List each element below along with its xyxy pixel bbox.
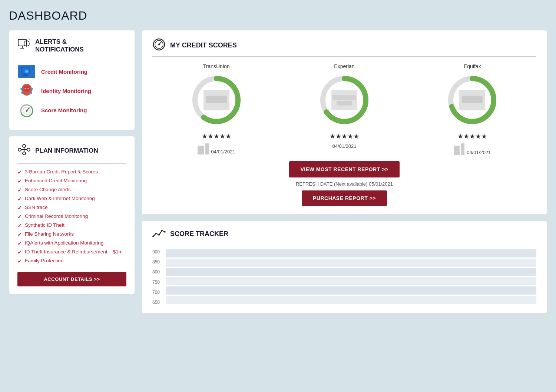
plan-item: ✓ 3 Bureau Credit Report & Scores (17, 169, 126, 175)
svg-point-45 (164, 231, 166, 233)
tracker-grid (166, 249, 536, 305)
plan-item: ✓ SSN trace (17, 205, 126, 211)
title-light: DASH (9, 9, 43, 22)
view-report-button[interactable]: VIEW MOST RECENT REPORT >> (289, 161, 399, 177)
main-layout: ALERTS & NOTIFICATIONS (9, 30, 547, 313)
score-tracker-card: SCORE TRACKER 900 850 800 750 700 650 (142, 220, 547, 313)
alerts-header: ALERTS & NOTIFICATIONS (17, 38, 126, 54)
score-tracker-title: SCORE TRACKER (170, 230, 228, 238)
svg-rect-10 (24, 74, 27, 75)
credit-scores-title: MY CREDIT SCORES (170, 41, 237, 49)
experian-date-block: 04/01/2021 (332, 143, 356, 149)
transunion-col: TransUnion ★★★★★ (179, 63, 254, 155)
plan-item: ✓ Family Protection (17, 258, 126, 264)
refresh-date-text: REFRESH DATE (Next available) 05/01/2021 (152, 181, 536, 187)
identity-monitoring-icon (17, 84, 36, 98)
score-monitoring-label: Score Monitoring (41, 107, 87, 113)
credit-monitoring-icon (17, 64, 36, 79)
plan-item: ✓ ID Theft Insurance & Reimbursement – $… (17, 249, 126, 255)
experian-name: Experian (334, 63, 354, 69)
svg-point-17 (31, 88, 33, 90)
svg-rect-0 (18, 39, 26, 46)
identity-monitoring-item[interactable]: Identity Monitoring (17, 84, 126, 98)
score-monitoring-icon (17, 103, 36, 117)
plan-item: ✓ Enhanced Credit Monitoring (17, 178, 126, 184)
plan-item: ✓ IQAlerts with Application Monitoring (17, 240, 126, 246)
transunion-date: 04/01/2021 (211, 149, 235, 155)
plan-item: ✓ File Sharing Networks (17, 231, 126, 237)
svg-point-34 (158, 44, 160, 46)
experian-stars: ★★★★★ (330, 132, 359, 140)
svg-point-28 (27, 148, 30, 151)
credit-scores-header: MY CREDIT SCORES (152, 38, 536, 53)
experian-date: 04/01/2021 (332, 143, 356, 149)
alerts-card: ALERTS & NOTIFICATIONS (9, 30, 135, 130)
equifax-stars: ★★★★★ (457, 132, 487, 140)
tracker-chart: 900 850 800 750 700 650 (152, 249, 536, 305)
svg-point-18 (21, 92, 23, 94)
right-column: MY CREDIT SCORES TransUnion (142, 30, 547, 313)
score-monitoring-item[interactable]: Score Monitoring (17, 103, 126, 117)
equifax-col: Equifax ★★★★★ (435, 63, 509, 155)
plan-item: ✓ Score Change Alerts (17, 187, 126, 193)
svg-point-44 (161, 230, 163, 231)
transunion-name: TransUnion (203, 63, 230, 69)
svg-point-14 (24, 88, 26, 89)
plan-header: PLAN INFORMATION (17, 144, 126, 158)
left-column: ALERTS & NOTIFICATIONS (9, 30, 135, 294)
equifax-date-block: 04/01/2021 (454, 143, 491, 155)
plan-title: PLAN INFORMATION (35, 147, 98, 155)
alert-bell-icon (17, 38, 31, 54)
svg-point-16 (20, 88, 23, 90)
purchase-report-button[interactable]: PURCHASE REPORT >> (302, 190, 387, 206)
plan-item: ✓ Dark Web & Internet Monitoring (17, 196, 126, 202)
experian-donut (317, 72, 372, 128)
transunion-bar (198, 143, 209, 155)
plan-item: ✓ Criminal Records Monitoring (17, 213, 126, 220)
equifax-name: Equifax (464, 63, 481, 69)
svg-point-27 (23, 152, 26, 155)
credit-monitoring-item[interactable]: Credit Monitoring (17, 64, 126, 79)
svg-line-5 (29, 39, 30, 40)
alerts-title: ALERTS & NOTIFICATIONS (35, 38, 84, 53)
svg-point-9 (25, 70, 28, 72)
tracker-grid-row (166, 277, 536, 285)
score-tracker-header: SCORE TRACKER (152, 227, 536, 240)
tracker-grid-row (166, 286, 536, 295)
title-bold: BOARD (43, 9, 87, 22)
svg-point-25 (18, 148, 21, 151)
equifax-donut (444, 72, 500, 128)
transunion-stars: ★★★★★ (202, 132, 231, 140)
svg-point-24 (26, 110, 28, 112)
svg-rect-11 (22, 75, 28, 76)
svg-point-15 (27, 88, 29, 89)
plan-item: ✓ Synthetic ID Theft (17, 222, 126, 229)
equifax-date: 04/01/2021 (467, 150, 491, 155)
bureaus-row: TransUnion ★★★★★ (152, 63, 536, 155)
page-title: DASHBOARD (9, 9, 547, 23)
plan-card: PLAN INFORMATION ✓ 3 Bureau Credit Repor… (9, 136, 135, 294)
account-details-button[interactable]: ACCOUNT DETAILS >> (17, 272, 126, 286)
chart-line-icon (152, 227, 166, 240)
tracker-y-labels: 900 850 800 750 700 650 (152, 249, 160, 305)
tracker-grid-row (166, 249, 536, 258)
transunion-date-block: 04/01/2021 (198, 143, 235, 155)
svg-point-42 (155, 233, 157, 234)
tracker-grid-row (166, 296, 536, 304)
plan-items-list: ✓ 3 Bureau Credit Report & Scores ✓ Enha… (17, 169, 126, 264)
svg-point-43 (158, 234, 160, 236)
svg-point-19 (30, 92, 32, 94)
svg-point-26 (23, 144, 26, 147)
transunion-donut (189, 72, 244, 128)
credit-scores-card: MY CREDIT SCORES TransUnion (142, 30, 547, 215)
plan-icon (17, 144, 31, 158)
credit-monitoring-label: Credit Monitoring (41, 69, 87, 75)
equifax-bar (454, 143, 464, 155)
svg-point-41 (152, 236, 154, 237)
tracker-grid-row (166, 268, 536, 276)
tracker-grid-row (166, 259, 536, 267)
experian-col: Experian ★★★★★ 04/01/202 (307, 63, 381, 155)
identity-monitoring-label: Identity Monitoring (41, 88, 91, 94)
speedometer-icon (152, 38, 166, 53)
